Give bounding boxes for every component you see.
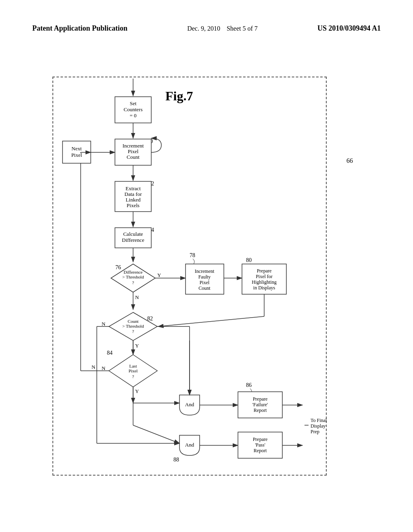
svg-text:Y: Y <box>135 388 139 394</box>
svg-text:Count: Count <box>127 154 140 160</box>
svg-line-97 <box>133 425 179 443</box>
svg-text:76: 76 <box>115 264 121 270</box>
header: Patent Application Publication Dec. 9, 2… <box>0 24 413 33</box>
svg-text:Counters: Counters <box>124 106 143 112</box>
svg-text:Increment: Increment <box>123 143 144 149</box>
svg-text:Highlighting: Highlighting <box>252 279 276 285</box>
svg-text:And: And <box>185 442 194 448</box>
svg-text:Difference: Difference <box>124 270 143 274</box>
svg-text:Set: Set <box>130 100 137 106</box>
svg-text:> Threshold: > Threshold <box>122 274 144 279</box>
svg-text:Y: Y <box>135 343 139 349</box>
svg-text:N: N <box>102 321 106 327</box>
svg-text:Report: Report <box>254 407 267 413</box>
svg-text:Pixel for: Pixel for <box>256 274 273 279</box>
svg-text:86: 86 <box>246 382 252 388</box>
svg-text:Faulty: Faulty <box>198 274 211 280</box>
svg-text:Prepare: Prepare <box>253 436 268 442</box>
svg-text:> Threshold: > Threshold <box>122 324 144 328</box>
svg-text:84: 84 <box>107 350 113 356</box>
svg-text:N: N <box>102 365 106 371</box>
flowchart: Set Counters = 0 70 Increment Pixel Coun… <box>40 64 355 488</box>
svg-text:78: 78 <box>190 252 195 258</box>
svg-text:= 0: = 0 <box>129 112 136 118</box>
svg-text:Pixels: Pixels <box>127 202 140 208</box>
svg-text:Prepare: Prepare <box>257 268 272 274</box>
svg-text:Calculate: Calculate <box>123 231 143 237</box>
svg-text:Prepare: Prepare <box>253 396 268 402</box>
sheet-info: Sheet 5 of 7 <box>227 25 258 32</box>
svg-text:To Final: To Final <box>311 418 327 423</box>
pub-date: Dec. 9, 2010 <box>187 25 220 32</box>
svg-line-54 <box>158 316 264 326</box>
header-center: Dec. 9, 2010 Sheet 5 of 7 <box>187 25 258 32</box>
svg-text:N: N <box>135 294 139 300</box>
svg-text:Pixel: Pixel <box>200 280 210 285</box>
svg-text:Data for: Data for <box>125 191 142 197</box>
svg-text:Pixel: Pixel <box>128 148 139 154</box>
svg-text:Next: Next <box>71 145 82 152</box>
svg-text:Increment: Increment <box>195 268 215 274</box>
svg-text:And: And <box>185 401 194 407</box>
svg-text:88: 88 <box>173 457 179 463</box>
svg-text:Pixel: Pixel <box>129 368 138 373</box>
diagram-container: Fig.7 66 Set Counters = 0 70 <box>40 64 355 488</box>
svg-text:Y: Y <box>157 272 161 278</box>
svg-text:82: 82 <box>147 316 153 322</box>
svg-text:Linked: Linked <box>126 197 141 203</box>
page: Patent Application Publication Dec. 9, 2… <box>0 0 413 532</box>
svg-text:?: ? <box>132 329 134 334</box>
svg-text:N: N <box>92 364 96 370</box>
svg-text:Extract: Extract <box>125 185 141 191</box>
svg-text:Difference: Difference <box>122 237 144 243</box>
svg-text:'Pass': 'Pass' <box>255 442 265 448</box>
svg-text:?: ? <box>132 280 134 285</box>
svg-text:Last: Last <box>129 364 137 368</box>
svg-text:in Displays: in Displays <box>253 285 275 291</box>
svg-text:Count: Count <box>128 319 139 324</box>
svg-text:Display: Display <box>311 423 325 429</box>
svg-text:'Failure': 'Failure' <box>252 402 268 407</box>
patent-number: US 2010/0309494 A1 <box>317 24 381 33</box>
svg-text:?: ? <box>132 374 134 379</box>
publication-title: Patent Application Publication <box>32 24 127 33</box>
svg-text:80: 80 <box>246 257 252 263</box>
svg-text:Count: Count <box>198 285 211 291</box>
svg-text:Report: Report <box>254 448 267 453</box>
svg-text:Prep: Prep <box>311 429 319 434</box>
